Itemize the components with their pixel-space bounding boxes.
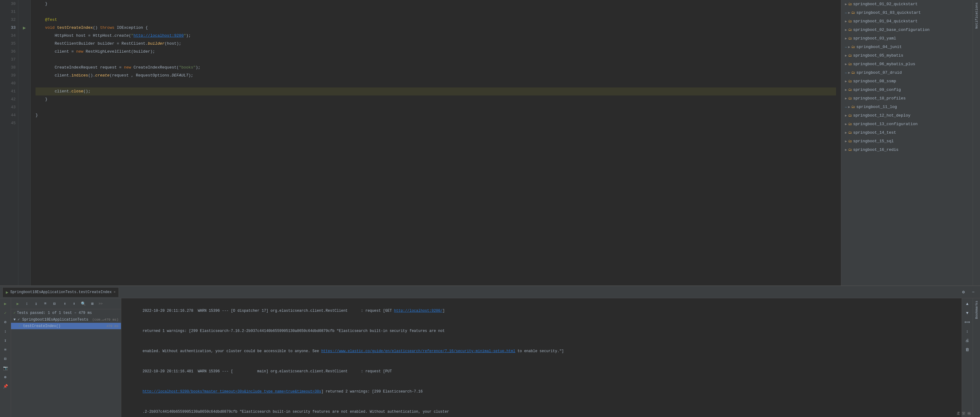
line-38: 38 — [2, 63, 16, 71]
code-line-38: CreateIndexRequest request = new CreateI… — [35, 63, 836, 71]
console-line-5: http://localhost:9200/books?master_timeo… — [125, 382, 958, 402]
tree-item-springboot-15[interactable]: ▶ 🗂 springboot_15_sql — [841, 137, 973, 146]
tree-arrow-icon: ▶ — [845, 137, 847, 146]
bottom-label: 柔 荣 楠 — [957, 411, 971, 416]
console-autoscroll-button[interactable]: ↕ — [963, 327, 972, 336]
tree-item-springboot-01-03[interactable]: — ▶ 🗂 springboot_01_03_quickstart — [841, 9, 973, 17]
tree-item-springboot-11[interactable]: — ▶ 🗂 springboot_11_log — [841, 103, 973, 111]
gutter-42 — [18, 95, 30, 103]
code-close-41: close — [72, 87, 83, 95]
tree-item-springboot-08[interactable]: ▶ 🗂 springboot_08_ssmp — [841, 77, 973, 86]
run-camera-button[interactable]: 📷 — [1, 364, 10, 372]
test-sort-button[interactable]: ↕ — [23, 300, 31, 308]
tree-arrow-icon: ▶ — [845, 51, 847, 60]
run-pin-button[interactable]: 📌 — [1, 382, 10, 391]
console-link-3[interactable]: https://www.elastic.co/guide/en/elastics… — [321, 349, 515, 354]
tree-item-springboot-12[interactable]: ▶ 🗂 springboot_12_hot_deploy — [841, 111, 973, 120]
line-42: 42 — [2, 95, 16, 103]
code-paren-33: () — [93, 24, 100, 32]
run-settings-button[interactable]: ⚙ — [959, 288, 968, 296]
code-text-39: client. — [35, 71, 72, 79]
run-check-button[interactable]: ✓ — [1, 309, 10, 317]
gutter-32 — [18, 16, 30, 24]
tree-item-springboot-09[interactable]: ▶ 🗂 springboot_09_config — [841, 86, 973, 94]
run-tab-close[interactable]: × — [114, 290, 116, 294]
notifications-label[interactable]: Notifications — [975, 0, 978, 31]
run-wrap-button[interactable]: ≡ — [1, 346, 10, 354]
tree-item-springboot-01-02[interactable]: ▶ 🗂 springboot_01_02_quickstart — [841, 0, 973, 9]
test-filter-button[interactable]: ≡ — [41, 300, 49, 308]
code-exception-33: IOException { — [115, 24, 148, 32]
folder-icon: 🗂 — [851, 103, 855, 111]
folder-icon: 🗂 — [848, 77, 852, 86]
tree-item-springboot-03[interactable]: ▶ 🗂 springboot_03_yaml — [841, 34, 973, 43]
folder-icon: 🗂 — [848, 34, 852, 43]
tree-item-springboot-01-04[interactable]: ▶ 🗂 springboot_01_04_quickstart — [841, 17, 973, 26]
tree-item-springboot-13[interactable]: ▶ 🗂 springboot_13_configuration — [841, 120, 973, 128]
test-run-button[interactable]: ▶ — [13, 300, 22, 308]
console-link-5[interactable]: http://localhost:9200/books?master_timeo… — [143, 390, 321, 394]
run-tab[interactable]: ▶ Springboot18EsApplicationTests.testCre… — [2, 287, 119, 297]
folder-icon: 🗂 — [848, 51, 852, 60]
line-34: 34 — [2, 32, 16, 40]
tree-item-label: springboot_12_hot_deploy — [853, 111, 910, 120]
code-new-36: new — [76, 48, 83, 55]
dash-icon: — — [845, 9, 847, 17]
console-clear-button[interactable]: 🗑 — [963, 346, 972, 354]
tree-arrow-icon: ▶ — [848, 103, 850, 111]
console-link-1[interactable]: http://localhost:9200/ — [394, 309, 442, 313]
tree-item-label: springboot_01_02_quickstart — [853, 0, 918, 9]
test-list-button[interactable]: ⊟ — [50, 300, 59, 308]
bookmarks-label[interactable]: Bookmarks — [975, 298, 978, 321]
test-case-name: testCreateIndex() — [23, 324, 60, 328]
tree-item-springboot-16[interactable]: ▶ 🗂 springboot_16_redis — [841, 146, 973, 154]
run-minimize-button[interactable]: − — [969, 288, 978, 296]
console-scroll-down-button[interactable]: ▼ — [963, 309, 972, 317]
code-space-36 — [83, 48, 86, 55]
tree-arrow-icon: ▶ — [845, 17, 847, 26]
code-indices-39: indices — [72, 71, 88, 79]
console-wrap-button[interactable]: ⟺ — [963, 318, 972, 327]
tree-item-springboot-14[interactable]: ▶ 🗂 springboot_14_test — [841, 128, 973, 137]
run-play-button[interactable]: ▶ — [1, 300, 10, 308]
gutter-37 — [18, 55, 30, 63]
tree-item-springboot-07[interactable]: — ▶ 🗂 springboot_07_druid — [841, 68, 973, 77]
line-32: 32 — [2, 16, 16, 24]
test-search-button[interactable]: 🔍 — [79, 300, 88, 308]
console-print-button[interactable]: 🖨 — [963, 336, 972, 345]
tree-item-springboot-04[interactable]: — ▶ 🗂 springboot_04_junit — [841, 43, 973, 51]
test-case-item[interactable]: ✓ testCreateIndex() 479 ms — [11, 323, 121, 329]
tree-arrow-icon: ▶ — [845, 86, 847, 94]
code-paren-38: ( — [177, 63, 179, 71]
test-grid-button[interactable]: ⊞ — [88, 300, 97, 308]
gutter-33[interactable]: ▶ — [18, 24, 30, 32]
tree-item-springboot-10[interactable]: ▶ 🗂 springboot_10_profiles — [841, 94, 973, 103]
run-rerun-desc-button[interactable]: ↧ — [1, 336, 10, 345]
test-collapse-button[interactable]: ⬇ — [70, 300, 78, 308]
run-stop-button[interactable]: ⊘ — [1, 318, 10, 327]
console-scroll-up-button[interactable]: ▲ — [963, 300, 972, 308]
code-line-31 — [35, 8, 836, 16]
test-suite-item[interactable]: ▼ ✓ Springboot18EsApplicationTests (com.… — [11, 316, 121, 323]
code-link-34[interactable]: http://localhost:9200 — [134, 32, 184, 40]
tree-item-springboot-05[interactable]: ▶ 🗂 springboot_05_mybatis — [841, 51, 973, 60]
run-filter-button[interactable]: ⊟ — [1, 355, 10, 363]
test-sort2-button[interactable]: ↧ — [32, 300, 40, 308]
test-suite-expand-icon: ▼ — [13, 317, 16, 322]
test-tree-panel: ▶ ↕ ↧ ≡ ⊟ ⬆ ⬇ 🔍 ⊞ >> ✓ Tests passed: 1 o… — [11, 298, 121, 417]
run-toolbar: ▶ Springboot18EsApplicationTests.testCre… — [0, 286, 980, 298]
code-line-41: client.close(); — [35, 87, 836, 95]
console-text-5: ] returned 2 warnings: [299 Elasticsearc… — [321, 390, 423, 394]
test-expand-button[interactable]: ⬆ — [60, 300, 69, 308]
code-text-44: } — [35, 111, 38, 119]
run-bookmark-button[interactable]: ⊕ — [1, 373, 10, 382]
tree-item-springboot-06[interactable]: ▶ 🗂 springboot_06_mybatis_plus — [841, 60, 973, 68]
folder-icon: 🗂 — [848, 60, 852, 68]
gutter-34 — [18, 32, 30, 40]
test-pass-icon: ✓ — [18, 324, 21, 328]
code-str-34: " — [131, 32, 134, 40]
run-rerun-asc-button[interactable]: ↕ — [1, 327, 10, 336]
folder-icon: 🗂 — [848, 146, 852, 154]
bookmarks-bar: Bookmarks — [973, 298, 980, 417]
tree-item-springboot-02[interactable]: ▶ 🗂 springboot_02_base_configuration — [841, 26, 973, 34]
